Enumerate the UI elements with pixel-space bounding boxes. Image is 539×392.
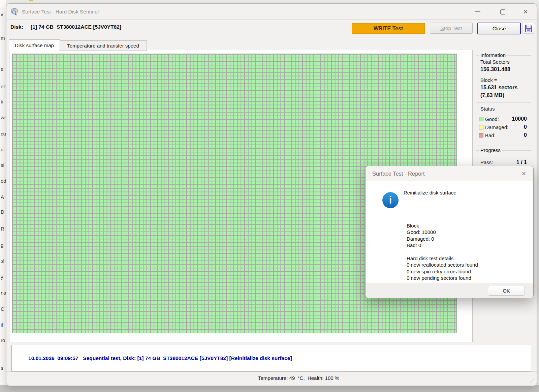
block-sectors-value: 15.631 sectors	[480, 85, 517, 91]
status-row-label: Bad:	[485, 132, 496, 138]
background-text-fragment: k	[1, 99, 6, 104]
maximize-button[interactable]	[498, 8, 507, 15]
status-row-value: 0	[524, 132, 527, 138]
window-title: Surface Test - Hard Disk Sentinel	[22, 4, 99, 20]
status-color-swatch	[479, 133, 483, 138]
progress-title: Progress	[479, 147, 502, 153]
tab-label: Disk surface map	[15, 42, 54, 48]
background-text-fragment: m	[1, 35, 6, 41]
background-text-fragment: cu	[1, 131, 6, 137]
block-label: Block =	[480, 77, 497, 83]
maximize-icon	[500, 9, 505, 14]
total-sectors-label: Total Sectors	[480, 59, 510, 65]
background-text-fragment: D	[1, 209, 6, 215]
status-row: Good: 10000	[479, 115, 527, 123]
info-glyph: i	[389, 195, 392, 206]
status-row: Bad: 0	[479, 131, 527, 139]
tab-temperature-transfer-speed[interactable]: Temperature and transfer speed	[59, 40, 147, 51]
minimize-icon	[475, 11, 480, 12]
background-text-fragment: u	[1, 147, 6, 152]
block-size-value: (7,63 MB)	[480, 92, 504, 98]
dialog-text-line: Good: 10000	[404, 229, 436, 236]
background-text-fragment: g	[1, 242, 6, 248]
stop-test-button[interactable]: Stop Test	[430, 23, 473, 34]
app-icon	[10, 7, 19, 16]
status-title: Status	[479, 106, 496, 112]
dialog-text-line: Hard disk test details	[404, 255, 500, 262]
ok-button[interactable]: OK	[488, 286, 525, 296]
close-icon: ✕	[523, 8, 528, 16]
background-text-fragment: eD	[1, 84, 6, 89]
pass-label: Pass:	[480, 159, 493, 165]
close-label: Close	[493, 26, 506, 32]
background-text-fragment: wr	[1, 115, 6, 120]
dialog-text-line: Block	[404, 222, 436, 229]
status-row-label: Good:	[485, 116, 499, 122]
write-test-button[interactable]: WRITE Test	[352, 23, 425, 34]
save-report-button[interactable]	[522, 23, 535, 34]
background-text-fragment: sl	[1, 258, 6, 264]
dialog-text-line: 0 new pending sectors found	[404, 275, 500, 281]
status-panel: Status Good: 10000 Damaged: 0	[476, 109, 531, 146]
disk-value: [1] 74 GB ST380012ACE [5JV0YT82]	[31, 24, 121, 30]
statusbar-text: Temperature: 49 °C, Health: 100 %	[258, 371, 339, 385]
background-text-fragment: il	[1, 322, 6, 328]
background-text-fragment: s	[1, 365, 6, 371]
pass-value: 1 / 1	[516, 159, 527, 165]
background-text-fragment: ed	[1, 178, 6, 184]
desktop-background	[0, 385, 539, 392]
background-text-fragment: R	[1, 226, 6, 232]
status-color-swatch	[479, 117, 483, 121]
dialog-text-line: 0 new spin retry errors found	[404, 268, 500, 275]
resize-grip-icon[interactable]: ⋰	[529, 378, 534, 384]
background-text-fragment: A	[1, 194, 6, 200]
screen: vmeeDkwrcuusiedADRgslynaCilros Surface T…	[0, 0, 539, 392]
total-sectors-value: 156.301.488	[480, 66, 510, 72]
disk-label: Disk:	[10, 24, 23, 30]
stop-test-label: Stop Test	[440, 25, 462, 31]
status-row-value: 0	[524, 124, 527, 130]
ok-label: OK	[503, 288, 510, 294]
background-text-fragment: e	[1, 66, 6, 72]
tab-label: Temperature and transfer speed	[67, 43, 139, 49]
report-dialog: Surface Test - Report ✕ i Reinitialize d…	[365, 166, 534, 298]
background-text-fragment: ro	[1, 337, 6, 343]
dialog-title: Surface Test - Report	[372, 166, 425, 181]
background-text-fragment: v	[1, 11, 6, 17]
status-row-label: Damaged:	[485, 124, 508, 130]
status-color-swatch	[479, 125, 483, 129]
background-window-strip: vmeeDkwrcuusiedADRgslynaCilros	[0, 0, 6, 385]
information-panel: Information Total Sectors 156.301.488 Bl…	[476, 55, 531, 103]
dialog-footer: OK	[366, 283, 533, 298]
background-text-fragment: si	[1, 162, 6, 168]
log-timestamp: 10.01.2026 09:09:57	[28, 355, 78, 362]
information-title: Information	[479, 52, 507, 58]
window-close-button[interactable]: ✕	[521, 8, 530, 15]
dialog-close-button[interactable]: ✕	[520, 170, 528, 178]
background-text-fragment: C	[1, 306, 6, 312]
dialog-heading: Reinitialize disk surface	[404, 190, 456, 195]
dialog-text-line: 0 new reallocated sectors found	[404, 262, 500, 268]
title-bar: Surface Test - Hard Disk Sentinel ✕	[6, 4, 537, 20]
titlebar-divider	[6, 20, 537, 20]
close-button[interactable]: Close	[477, 23, 521, 34]
tab-disk-surface-map[interactable]: Disk surface map	[9, 39, 60, 51]
background-text-fragment: na	[1, 290, 6, 296]
log-entry: 10.01.2026 09:09:57Sequential test, Disk…	[12, 347, 531, 369]
pass-row: Pass: 1 / 1	[480, 159, 527, 165]
info-icon: i	[382, 192, 399, 208]
save-icon	[524, 24, 533, 33]
write-test-label: WRITE Test	[374, 26, 403, 32]
background-text-fragment: y	[1, 274, 6, 280]
test-log: 10.01.2026 09:09:57Sequential test, Disk…	[11, 345, 531, 371]
minimize-button[interactable]	[473, 8, 482, 15]
background-window-sliver	[29, 0, 33, 1]
close-icon: ✕	[521, 170, 526, 177]
statusbar-separator	[255, 372, 255, 385]
status-row: Damaged: 0	[479, 123, 527, 131]
dialog-test-details: Hard disk test details0 new reallocated …	[404, 235, 500, 288]
background-strip-divider	[0, 60, 6, 60]
log-message: Sequential test, Disk: [1] 74 GB ST38001…	[83, 355, 292, 361]
status-row-value: 10000	[512, 116, 527, 122]
